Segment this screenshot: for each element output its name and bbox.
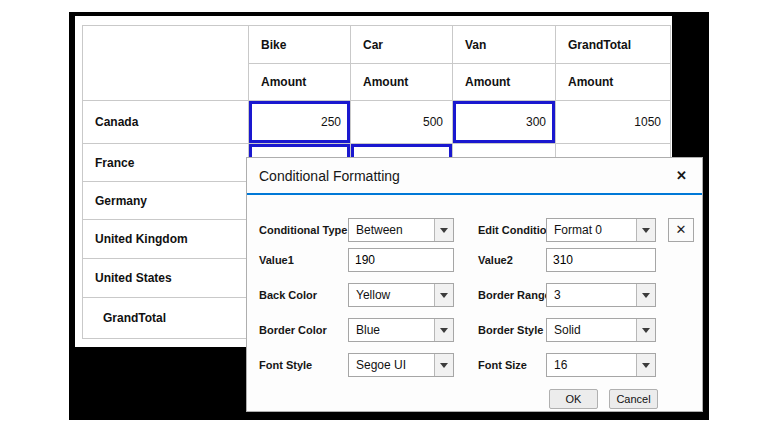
conditional-type-label: Conditional Type: [259, 218, 347, 242]
font-size-dropdown[interactable]: 16: [546, 353, 656, 377]
dropdown-value: Format 0: [547, 223, 636, 237]
value1-input[interactable]: [348, 248, 454, 272]
chevron-down-icon: [434, 319, 453, 341]
border-style-label: Border Style: [478, 318, 543, 342]
cell-value: 300: [453, 101, 556, 144]
chevron-down-icon: [434, 284, 453, 306]
border-range-label: Border Range: [478, 283, 551, 307]
row-label: France: [83, 144, 249, 182]
back-color-label: Back Color: [259, 283, 317, 307]
border-color-dropdown[interactable]: Blue: [348, 318, 454, 342]
back-color-dropdown[interactable]: Yellow: [348, 283, 454, 307]
font-size-label: Font Size: [478, 353, 527, 377]
row-label: GrandTotal: [83, 298, 249, 339]
column-header-van: Van: [453, 26, 556, 64]
edit-condition-dropdown[interactable]: Format 0: [546, 218, 656, 242]
dropdown-value: 16: [547, 358, 636, 372]
dropdown-value: 3: [547, 288, 636, 302]
dropdown-value: Segoe UI: [349, 358, 434, 372]
chevron-down-icon: [434, 354, 453, 376]
row-label: United Kingdom: [83, 220, 249, 259]
dropdown-value: Solid: [547, 323, 636, 337]
cell-value: 250: [249, 101, 351, 144]
value1-label: Value1: [259, 248, 294, 272]
clear-format-button[interactable]: ✕: [668, 218, 694, 242]
border-color-label: Border Color: [259, 318, 327, 342]
column-header-bike: Bike: [249, 26, 351, 64]
close-icon[interactable]: ✕: [676, 168, 687, 184]
page-background: Bike Car Van GrandTotal Amount Amount Am…: [0, 0, 781, 436]
chevron-down-icon: [636, 354, 655, 376]
dialog-title-bar[interactable]: Conditional Formatting ✕: [247, 158, 702, 195]
border-style-dropdown[interactable]: Solid: [546, 318, 656, 342]
dropdown-value: Yellow: [349, 288, 434, 302]
edit-condition-label: Edit Condition: [478, 218, 553, 242]
row-label: United States: [83, 259, 249, 298]
cell-value: 1050: [556, 101, 671, 144]
dialog-title: Conditional Formatting: [259, 168, 400, 184]
row-label: Canada: [83, 101, 249, 144]
column-header-grandtotal: GrandTotal: [556, 26, 671, 64]
value2-label: Value2: [478, 248, 513, 272]
dropdown-value: Blue: [349, 323, 434, 337]
dropdown-value: Between: [349, 223, 434, 237]
ok-button[interactable]: OK: [549, 389, 598, 409]
font-style-label: Font Style: [259, 353, 312, 377]
row-label: Germany: [83, 182, 249, 220]
amount-subheader: Amount: [453, 64, 556, 101]
cell-value: 500: [351, 101, 453, 144]
amount-subheader: Amount: [249, 64, 351, 101]
chevron-down-icon: [636, 219, 655, 241]
conditional-formatting-dialog: Conditional Formatting ✕ Conditional Typ…: [246, 157, 703, 412]
table-row: Canada 250 500 300 1050: [83, 101, 671, 144]
column-header-car: Car: [351, 26, 453, 64]
value2-input[interactable]: [546, 248, 656, 272]
corner-cell: [83, 26, 249, 101]
cancel-button[interactable]: Cancel: [609, 389, 658, 409]
conditional-type-dropdown[interactable]: Between: [348, 218, 454, 242]
chevron-down-icon: [434, 219, 453, 241]
chevron-down-icon: [636, 319, 655, 341]
border-range-dropdown[interactable]: 3: [546, 283, 656, 307]
amount-subheader: Amount: [351, 64, 453, 101]
amount-subheader: Amount: [556, 64, 671, 101]
font-style-dropdown[interactable]: Segoe UI: [348, 353, 454, 377]
chevron-down-icon: [636, 284, 655, 306]
